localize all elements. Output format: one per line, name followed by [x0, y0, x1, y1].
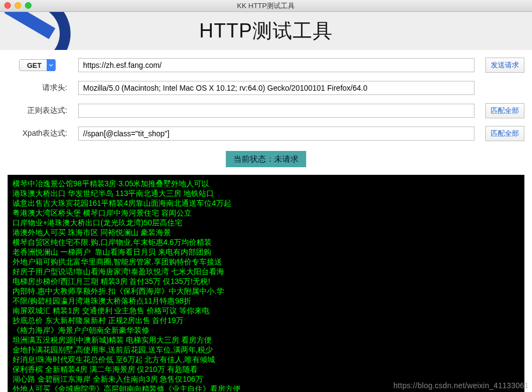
window-title: KK HTTP测试工具: [237, 2, 295, 10]
status-badge[interactable]: 当前状态：未请求: [226, 151, 306, 167]
xpath-row: Xpath表达式: 匹配全部: [8, 126, 524, 141]
xpath-input[interactable]: [78, 127, 474, 141]
chevron-down-icon: [47, 59, 55, 71]
http-method-select[interactable]: GET: [19, 59, 56, 71]
window-controls: [4, 2, 31, 9]
match-all-xpath-button[interactable]: 匹配全部: [485, 126, 524, 141]
results-output[interactable]: 横琴中冶逸景公馆98平精装3房·3.05米加推叠墅外地人可以 港珠澳大桥出口 华…: [8, 175, 524, 392]
regex-label: 正则表达式:: [8, 106, 67, 116]
match-all-regex-button[interactable]: 匹配全部: [485, 103, 524, 118]
maximize-icon[interactable]: [25, 2, 31, 9]
regex-input[interactable]: [78, 104, 474, 118]
close-icon[interactable]: [4, 2, 11, 9]
headers-input[interactable]: [78, 81, 474, 95]
banner-decoration: [0, 12, 71, 50]
send-request-button[interactable]: 发送请求: [485, 58, 524, 73]
watermark: https://blog.csdn.net/weixin_41133061: [394, 381, 529, 390]
minimize-icon[interactable]: [15, 2, 21, 9]
regex-row: 正则表达式: 匹配全部: [8, 103, 524, 118]
headers-label: 请求头:: [8, 83, 67, 93]
url-row: GET 发送请求: [8, 58, 524, 73]
headers-row: 请求头:: [8, 80, 524, 96]
http-method-value: GET: [27, 61, 42, 69]
banner: HTTP测试工具: [0, 12, 532, 50]
window-titlebar: KK HTTP测试工具: [0, 0, 532, 12]
url-input[interactable]: [78, 58, 474, 72]
page-title: HTTP测试工具: [199, 18, 333, 45]
xpath-label: Xpath表达式:: [8, 129, 67, 138]
request-form: GET 发送请求 请求头: 正则表达式: 匹配全部 Xpath表达式: 匹配全部…: [0, 50, 532, 175]
